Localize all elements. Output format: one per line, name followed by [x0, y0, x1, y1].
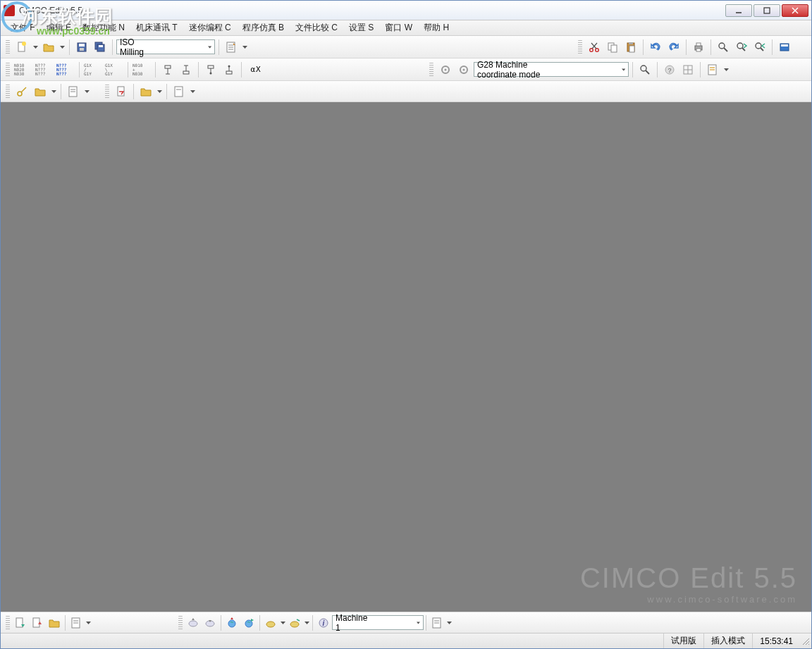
grid-tool-button[interactable]: [679, 61, 696, 78]
close-button[interactable]: [782, 4, 808, 17]
gcode-xy2-button[interactable]: G1X\G1Y: [104, 62, 124, 78]
menu-nc[interactable]: 数控功能 N: [77, 20, 130, 35]
separator: [219, 39, 219, 55]
menu-mini-program[interactable]: 迷你编程 C: [183, 20, 237, 35]
gear1-button[interactable]: [437, 61, 454, 78]
grip-icon[interactable]: [578, 40, 582, 54]
gmode-value: G28 Machine coordinate mode: [477, 60, 567, 80]
renumber-button[interactable]: N010N020N030: [13, 62, 33, 78]
svg-rect-70: [16, 618, 23, 627]
machine-type-combo[interactable]: ISO Milling: [116, 39, 215, 54]
copy-button[interactable]: [604, 39, 621, 56]
menu-file[interactable]: 文件 F: [5, 20, 41, 35]
menu-window[interactable]: 窗口 W: [379, 20, 418, 35]
menu-machine-comm[interactable]: 机床通讯 T: [130, 20, 183, 35]
open-file-button[interactable]: [40, 39, 57, 56]
props-bot-dropdown[interactable]: [85, 622, 92, 624]
new-file-dropdown[interactable]: [32, 46, 39, 49]
find-button[interactable]: [715, 39, 732, 56]
globe-recv-button[interactable]: [240, 614, 257, 631]
doc-send-button[interactable]: [12, 614, 29, 631]
resize-grip-icon[interactable]: [800, 636, 811, 647]
svg-point-51: [463, 68, 465, 70]
menu-simulation[interactable]: 程序仿真 B: [237, 20, 290, 35]
tool-block4-button[interactable]: [221, 61, 238, 78]
globe-send-button[interactable]: [223, 614, 240, 631]
grip-icon[interactable]: [6, 85, 10, 99]
net-recv-button[interactable]: [202, 614, 219, 631]
paste-button[interactable]: [622, 39, 639, 56]
grip-icon[interactable]: [6, 616, 10, 630]
doc-arrow-button[interactable]: [113, 83, 130, 100]
add-numbers-button[interactable]: N???N???N???: [56, 62, 75, 78]
cloud-up-dropdown[interactable]: [279, 622, 286, 624]
maximize-button[interactable]: [753, 4, 780, 17]
toggle-view-button[interactable]: [776, 39, 793, 56]
watermark-title: CIMCO Edit 5.5: [580, 562, 797, 594]
open-file-dropdown[interactable]: [59, 46, 66, 49]
open2-button[interactable]: [32, 83, 49, 100]
doc-tool-dropdown[interactable]: [722, 68, 730, 71]
svg-point-80: [290, 622, 299, 627]
props3-dropdown[interactable]: [189, 90, 196, 93]
net-send-button[interactable]: [185, 614, 202, 631]
svg-rect-24: [629, 46, 634, 52]
cut-button[interactable]: [586, 39, 603, 56]
open3-button[interactable]: [137, 83, 154, 100]
machine-combo[interactable]: Machine 1: [332, 615, 424, 630]
save-all-button[interactable]: [92, 39, 109, 56]
props2-dropdown[interactable]: [83, 90, 90, 93]
properties-button[interactable]: [223, 39, 240, 56]
info-button[interactable]: i: [315, 614, 332, 631]
menu-compare[interactable]: 文件比较 C: [290, 20, 343, 35]
gcode-xy-button[interactable]: G1X/G1Y: [83, 62, 103, 78]
gmode-combo[interactable]: G28 Machine coordinate mode: [474, 62, 629, 77]
cloud-down-button[interactable]: [286, 614, 303, 631]
doc-recv-button[interactable]: [29, 614, 46, 631]
cloud-up-button[interactable]: [262, 614, 279, 631]
tool-block1-button[interactable]: [159, 61, 176, 78]
tool-block2-button[interactable]: [178, 61, 195, 78]
svg-rect-68: [175, 87, 183, 97]
help-tool-button[interactable]: ?: [661, 61, 678, 78]
grip-icon[interactable]: [429, 63, 433, 77]
menu-edit[interactable]: 编辑 E: [41, 20, 77, 35]
increment-lines-button[interactable]: N010+N030: [132, 62, 152, 78]
find-next-button[interactable]: [733, 39, 750, 56]
minimize-button[interactable]: [725, 4, 752, 17]
grip-icon[interactable]: [105, 85, 109, 99]
separator: [155, 62, 156, 78]
remove-numbers-button[interactable]: N???N???N???: [35, 62, 54, 78]
key-button[interactable]: [13, 83, 30, 100]
find-prev-button[interactable]: [751, 39, 768, 56]
folder-bot-button[interactable]: [46, 614, 63, 631]
tool-block3-button[interactable]: [202, 61, 219, 78]
props-bot2-dropdown[interactable]: [445, 622, 453, 624]
print-button[interactable]: [690, 39, 707, 56]
props-bot-button[interactable]: [68, 614, 85, 631]
props3-button[interactable]: [171, 83, 187, 100]
toolbar-nc: N010N020N030 N???N???N??? N???N???N??? G…: [1, 58, 811, 81]
grip-icon[interactable]: [178, 616, 183, 630]
open3-dropdown[interactable]: [156, 90, 163, 93]
watermark-url: www.cimco-software.com: [580, 594, 797, 605]
menu-settings[interactable]: 设置 S: [343, 20, 379, 35]
doc-tool-button[interactable]: [704, 61, 721, 78]
undo-button[interactable]: [647, 39, 664, 56]
props-bot2-button[interactable]: [429, 614, 445, 631]
properties-dropdown[interactable]: [241, 46, 248, 49]
grip-icon[interactable]: [6, 40, 10, 54]
gear2-button[interactable]: [455, 61, 472, 78]
menu-help[interactable]: 帮助 H: [418, 20, 455, 35]
search-tool-button[interactable]: [636, 61, 653, 78]
save-button[interactable]: [73, 39, 90, 56]
alpha-x-button[interactable]: αX: [245, 61, 266, 78]
redo-button[interactable]: [665, 39, 682, 56]
new-file-button[interactable]: [13, 39, 30, 56]
cloud-down-dropdown[interactable]: [303, 622, 310, 624]
grip-icon[interactable]: [6, 63, 10, 77]
window-buttons: [725, 4, 808, 17]
separator: [312, 615, 313, 631]
props2-button[interactable]: [65, 83, 82, 100]
open2-dropdown[interactable]: [50, 90, 57, 93]
